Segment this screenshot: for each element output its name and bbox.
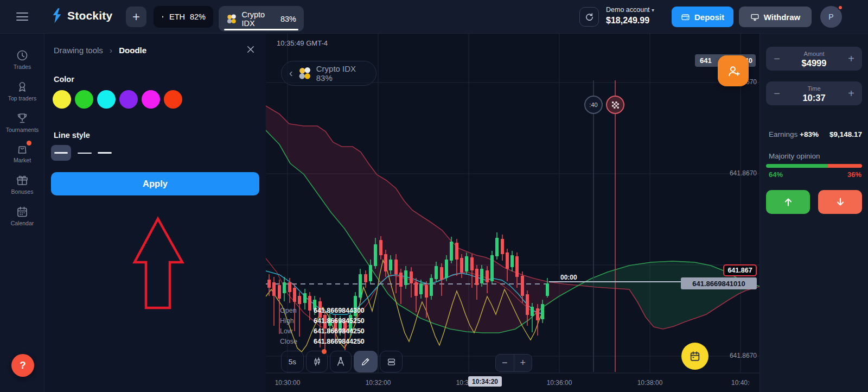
- sidebar-item-label: Tournaments: [6, 127, 39, 133]
- line-style-thin-selected[interactable]: [51, 145, 71, 161]
- color-swatch-red[interactable]: [164, 90, 182, 109]
- trophy-icon: [16, 112, 29, 125]
- stockity-app: Stockity + ETH 82% Crypto IDX 83%: [0, 0, 868, 392]
- buy-down-button[interactable]: [818, 190, 862, 214]
- amount-value[interactable]: $4999: [766, 58, 862, 68]
- color-swatch-yellow[interactable]: [53, 90, 71, 109]
- arrow-up-icon: [782, 196, 794, 208]
- sidebar-item-trades[interactable]: Trades: [0, 49, 44, 70]
- purchase-countdown-marker: :40: [584, 96, 603, 114]
- timeframe-button[interactable]: 5s: [281, 351, 304, 372]
- majority-opinion-bar: [766, 164, 862, 168]
- award-icon: [16, 80, 29, 93]
- logo[interactable]: Stockity: [51, 8, 112, 24]
- chart-type-notification-dot: [322, 349, 327, 354]
- chart-asset-pill[interactable]: ‹ Crypto IDX 83%: [281, 61, 376, 86]
- zoom-in-button[interactable]: +: [514, 355, 532, 371]
- sidebar-item-label: Trades: [14, 64, 31, 70]
- calendar-icon: [16, 205, 29, 218]
- checkered-flag-icon: [611, 101, 620, 109]
- left-sidebar: Trades Top traders Tournaments Market Bo…: [0, 34, 44, 392]
- sidebar-item-label: Bonuses: [11, 188, 34, 195]
- withdraw-button[interactable]: Withdraw: [739, 7, 812, 27]
- time-tick: 10:30:00: [269, 379, 307, 387]
- line-style-medium[interactable]: [74, 145, 94, 161]
- pencil-icon: [360, 356, 371, 367]
- asset-tab-crypto-idx[interactable]: Crypto IDX 83%: [219, 6, 304, 31]
- sidebar-item-tournaments[interactable]: Tournaments: [0, 112, 44, 133]
- invite-user-button[interactable]: [718, 55, 749, 86]
- hamburger-menu-icon[interactable]: [16, 12, 28, 21]
- crosshair-time-label: 10:34:20: [468, 376, 502, 387]
- sidebar-item-bonuses[interactable]: Bonuses: [0, 174, 44, 195]
- price-tick: 641.8670: [713, 352, 757, 359]
- breadcrumb-root[interactable]: Drawing tools: [54, 46, 103, 55]
- majority-down-percent: 36%: [847, 170, 861, 179]
- sidebar-item-label: Calendar: [11, 220, 34, 226]
- sidebar-item-top-traders[interactable]: Top traders: [0, 80, 44, 102]
- chart-type-button[interactable]: [306, 351, 328, 372]
- question-mark-icon: ?: [20, 359, 26, 371]
- time-stepper: − + Time 10:37: [766, 81, 862, 105]
- help-button[interactable]: ?: [11, 354, 34, 377]
- notification-dot: [838, 5, 843, 10]
- avatar-letter: P: [828, 12, 833, 21]
- color-section-label: Color: [54, 75, 74, 84]
- add-asset-tab-button[interactable]: +: [126, 7, 146, 27]
- line-style-thick[interactable]: [94, 145, 114, 161]
- current-price-tag: 641.867: [723, 264, 757, 276]
- majority-bar-up: [766, 164, 827, 168]
- trade-panel: − + Amount $4999 − + Time 10:37 Earnings…: [760, 34, 868, 392]
- events-calendar-button[interactable]: [681, 343, 709, 370]
- refresh-button[interactable]: [579, 7, 599, 27]
- color-swatch-green[interactable]: [75, 90, 93, 109]
- close-panel-button[interactable]: [246, 45, 257, 55]
- zoom-out-button[interactable]: −: [496, 355, 514, 371]
- add-user-icon: [726, 64, 741, 78]
- eth-icon: [161, 10, 164, 23]
- majority-up-percent: 64%: [769, 170, 783, 179]
- account-switcher[interactable]: Demo account ▾ $18,249.99: [606, 5, 654, 26]
- majority-bar-down: [827, 164, 862, 168]
- drawing-tools-button[interactable]: [354, 351, 378, 372]
- logo-text: Stockity: [67, 9, 112, 22]
- chart-asset-label: Crypto IDX 83%: [316, 64, 368, 83]
- asset-tab-payout: 82%: [190, 12, 206, 21]
- withdraw-label: Withdraw: [764, 12, 800, 22]
- refresh-icon: [585, 12, 594, 22]
- color-swatch-cyan[interactable]: [97, 90, 116, 109]
- drafting-compass-icon: [335, 356, 346, 367]
- earnings-row: Earnings +83% $9,148.17: [769, 130, 862, 138]
- color-swatch-purple[interactable]: [119, 90, 138, 109]
- logo-bolt-icon: [51, 8, 63, 24]
- deposit-button[interactable]: Deposit: [672, 7, 733, 27]
- rows-icon: [386, 357, 397, 367]
- layout-button[interactable]: [380, 351, 403, 372]
- apply-button[interactable]: Apply: [51, 172, 259, 195]
- clock-icon: [16, 49, 29, 62]
- majority-opinion-label: Majority opinion: [769, 152, 820, 160]
- line-style-section-label: Line style: [54, 131, 90, 140]
- earnings-label: Earnings: [769, 130, 797, 138]
- caret-down-icon: ▾: [652, 7, 654, 13]
- active-tab-underline: [224, 29, 298, 30]
- sidebar-item-label: Top traders: [8, 95, 37, 102]
- indicators-button[interactable]: [330, 351, 352, 372]
- asset-tab-eth[interactable]: ETH 82%: [154, 6, 213, 28]
- sidebar-item-market[interactable]: Market: [0, 142, 44, 163]
- sidebar-item-label: Market: [14, 157, 31, 163]
- top-navbar: Stockity + ETH 82% Crypto IDX 83%: [0, 0, 868, 34]
- time-value[interactable]: 10:37: [766, 93, 862, 103]
- sidebar-item-calendar[interactable]: Calendar: [0, 205, 44, 226]
- asset-tab-name: Crypto IDX: [241, 10, 276, 28]
- price-tick: 641.8670: [713, 169, 757, 177]
- close-icon: [246, 45, 256, 54]
- color-swatch-magenta[interactable]: [142, 90, 160, 109]
- time-tick: 10:36:00: [540, 379, 578, 387]
- time-tick: 10:38:00: [631, 379, 669, 387]
- calendar-icon: [689, 350, 701, 362]
- account-type-label: Demo account: [606, 6, 650, 14]
- buy-up-button[interactable]: [766, 190, 810, 214]
- time-tick: 10:32:00: [359, 379, 397, 387]
- chart-clock: 10:35:49 GMT-4: [277, 39, 328, 47]
